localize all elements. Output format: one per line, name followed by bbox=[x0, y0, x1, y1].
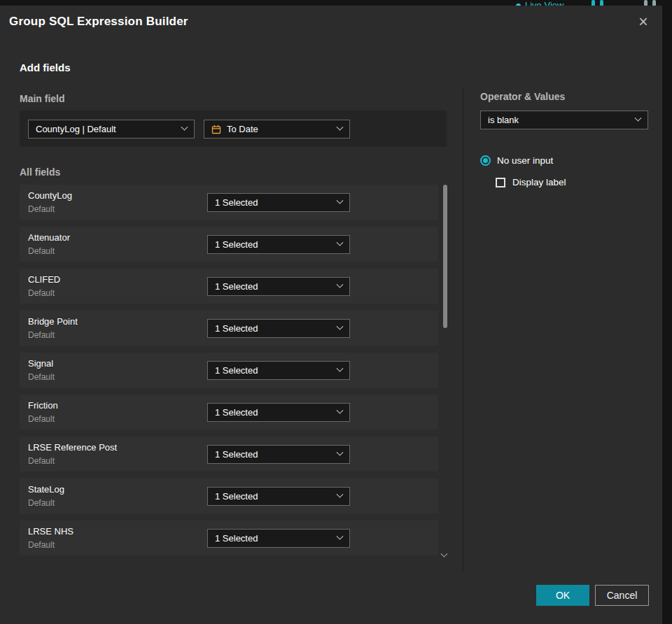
field-name: Bridge Point bbox=[28, 316, 78, 327]
main-field-select[interactable]: CountyLog | Default bbox=[28, 120, 195, 139]
dialog-title: Group SQL Expression Builder bbox=[9, 15, 188, 29]
field-subtitle: Default bbox=[28, 372, 55, 382]
field-selected-value: 1 Selected bbox=[215, 197, 258, 208]
chevron-down-icon bbox=[337, 239, 344, 246]
field-subtitle: Default bbox=[28, 330, 55, 340]
field-subtitle: Default bbox=[28, 540, 55, 550]
field-selected-dropdown[interactable]: 1 Selected bbox=[207, 235, 350, 254]
field-selected-dropdown[interactable]: 1 Selected bbox=[207, 277, 350, 296]
field-row: AttenuatorDefault1 Selected bbox=[20, 227, 438, 262]
all-fields-list: CountyLogDefault1 SelectedAttenuatorDefa… bbox=[20, 185, 438, 562]
field-subtitle: Default bbox=[28, 246, 55, 256]
chevron-down-icon bbox=[337, 323, 344, 330]
operator-select[interactable]: is blank bbox=[480, 111, 648, 129]
chevron-down-icon bbox=[337, 449, 344, 456]
field-name: Attenuator bbox=[28, 232, 70, 243]
field-selected-dropdown[interactable]: 1 Selected bbox=[207, 361, 350, 380]
field-selected-value: 1 Selected bbox=[215, 365, 258, 376]
close-icon[interactable]: × bbox=[633, 11, 654, 32]
vertical-divider bbox=[463, 88, 463, 571]
field-row: SignalDefault1 Selected bbox=[20, 353, 438, 388]
field-subtitle: Default bbox=[28, 204, 55, 214]
chevron-down-icon bbox=[337, 533, 344, 540]
field-selected-dropdown[interactable]: 1 Selected bbox=[207, 487, 350, 506]
field-selected-dropdown[interactable]: 1 Selected bbox=[207, 403, 350, 422]
chevron-down-icon bbox=[337, 281, 344, 288]
field-row: CountyLogDefault1 Selected bbox=[20, 185, 438, 220]
list-scrollbar[interactable] bbox=[442, 185, 448, 562]
field-selected-dropdown[interactable]: 1 Selected bbox=[207, 445, 350, 464]
scroll-down-icon[interactable] bbox=[442, 548, 447, 561]
chevron-down-icon bbox=[635, 115, 642, 122]
field-name: CLIFED bbox=[28, 274, 60, 285]
display-label-label: Display label bbox=[512, 177, 566, 187]
main-field-select-value: CountyLog | Default bbox=[36, 124, 116, 134]
calendar-icon bbox=[211, 125, 221, 134]
chevron-down-icon bbox=[181, 124, 188, 131]
main-field-type-select[interactable]: To Date bbox=[204, 120, 350, 139]
main-field-row: CountyLog | Default To Date bbox=[20, 111, 447, 147]
cancel-button[interactable]: Cancel bbox=[595, 585, 649, 606]
field-selected-value: 1 Selected bbox=[215, 323, 258, 334]
add-fields-heading: Add fields bbox=[20, 62, 71, 73]
field-subtitle: Default bbox=[28, 288, 55, 298]
field-row: CLIFEDDefault1 Selected bbox=[20, 269, 438, 304]
field-name: LRSE Reference Post bbox=[28, 442, 117, 453]
group-sql-expression-builder-dialog: Group SQL Expression Builder × Add field… bbox=[0, 6, 662, 624]
radio-selected-icon[interactable] bbox=[480, 155, 491, 166]
field-row: Bridge PointDefault1 Selected bbox=[20, 311, 438, 346]
field-selected-dropdown[interactable]: 1 Selected bbox=[207, 529, 350, 548]
field-name: Friction bbox=[28, 400, 58, 411]
field-selected-value: 1 Selected bbox=[215, 407, 258, 418]
field-name: CountyLog bbox=[28, 190, 72, 201]
chevron-down-icon bbox=[337, 197, 344, 204]
display-label-checkbox[interactable]: Display label bbox=[496, 177, 566, 187]
app-background: Live View Group SQL Expression Builder ×… bbox=[0, 0, 672, 624]
chevron-down-icon bbox=[337, 491, 344, 498]
no-user-input-label: No user input bbox=[497, 155, 553, 166]
all-fields-label: All fields bbox=[20, 166, 60, 178]
field-selected-value: 1 Selected bbox=[215, 491, 258, 502]
field-row: StateLogDefault1 Selected bbox=[20, 478, 438, 513]
field-selected-value: 1 Selected bbox=[215, 533, 258, 544]
main-field-type-value: To Date bbox=[227, 124, 258, 134]
field-subtitle: Default bbox=[28, 414, 55, 424]
field-row: LRSE NHSDefault1 Selected bbox=[20, 520, 438, 555]
operator-select-value: is blank bbox=[488, 115, 519, 125]
operator-values-label: Operator & Values bbox=[480, 91, 565, 102]
field-selected-value: 1 Selected bbox=[215, 239, 258, 250]
scrollbar-thumb[interactable] bbox=[443, 185, 447, 328]
chevron-down-icon bbox=[337, 365, 344, 372]
ok-button[interactable]: OK bbox=[536, 585, 589, 606]
field-selected-value: 1 Selected bbox=[215, 449, 258, 460]
field-name: LRSE NHS bbox=[28, 526, 74, 537]
field-subtitle: Default bbox=[28, 456, 55, 466]
chevron-down-icon bbox=[337, 407, 344, 414]
field-selected-dropdown[interactable]: 1 Selected bbox=[207, 319, 350, 338]
field-selected-dropdown[interactable]: 1 Selected bbox=[207, 193, 350, 212]
field-name: StateLog bbox=[28, 484, 64, 495]
field-name: Signal bbox=[28, 358, 53, 369]
checkbox-unchecked-icon[interactable] bbox=[496, 178, 505, 187]
chevron-down-icon bbox=[337, 124, 344, 131]
field-row: FrictionDefault1 Selected bbox=[20, 395, 438, 430]
field-subtitle: Default bbox=[28, 498, 55, 508]
field-row: LRSE Reference PostDefault1 Selected bbox=[20, 437, 438, 471]
main-field-label: Main field bbox=[20, 93, 65, 104]
no-user-input-radio[interactable]: No user input bbox=[480, 155, 553, 166]
field-selected-value: 1 Selected bbox=[215, 281, 258, 292]
